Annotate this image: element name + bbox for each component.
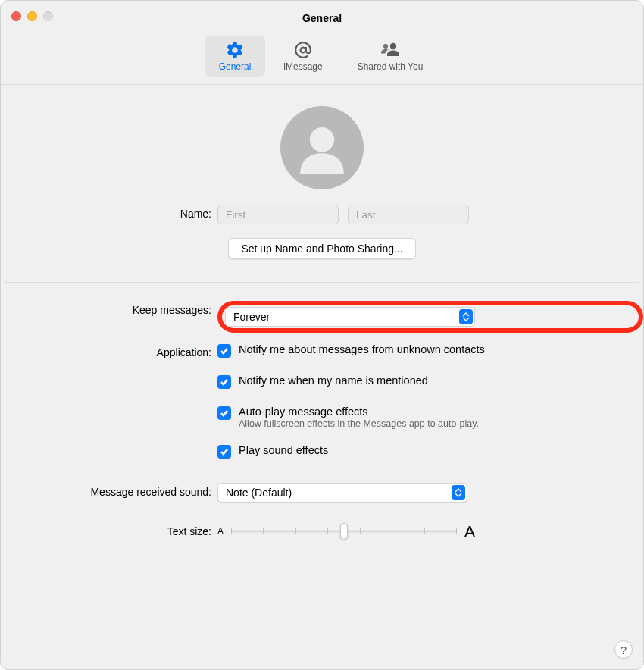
tab-shared-label: Shared with You bbox=[358, 61, 424, 72]
window-controls bbox=[11, 11, 53, 21]
play-sound-effects-checkbox[interactable] bbox=[217, 445, 231, 459]
minimize-window-button[interactable] bbox=[27, 11, 37, 21]
text-size-small-a: A bbox=[217, 526, 224, 537]
autoplay-effects-sublabel: Allow fullscreen effects in the Messages… bbox=[239, 418, 643, 429]
autoplay-effects-checkbox[interactable] bbox=[217, 406, 231, 420]
text-size-label: Text size: bbox=[1, 522, 217, 537]
divider bbox=[5, 282, 639, 283]
close-window-button[interactable] bbox=[11, 11, 21, 21]
keep-messages-value: Forever bbox=[233, 311, 270, 323]
keep-messages-select[interactable]: Forever bbox=[225, 307, 475, 327]
zoom-window-button[interactable] bbox=[43, 11, 53, 21]
preferences-window: General General iMessage Sha bbox=[0, 0, 644, 670]
notify-unknown-label: Notify me about messages from unknown co… bbox=[239, 343, 485, 355]
toolbar: General iMessage Shared with You bbox=[1, 36, 643, 85]
text-size-slider[interactable] bbox=[231, 524, 457, 539]
window-title: General bbox=[1, 1, 643, 36]
people-icon bbox=[379, 40, 402, 60]
tab-imessage-label: iMessage bbox=[283, 61, 322, 72]
help-button[interactable]: ? bbox=[614, 640, 633, 659]
play-sound-effects-label: Play sound effects bbox=[239, 444, 328, 456]
first-name-field[interactable] bbox=[217, 205, 339, 224]
autoplay-effects-label: Auto-play message effects bbox=[239, 405, 368, 418]
name-label: Name: bbox=[1, 205, 217, 220]
tab-general-label: General bbox=[219, 61, 252, 72]
tab-shared-with-you[interactable]: Shared with You bbox=[341, 36, 439, 77]
avatar[interactable] bbox=[280, 106, 364, 189]
svg-point-2 bbox=[310, 127, 334, 152]
select-stepper-icon bbox=[452, 485, 465, 500]
keep-messages-highlight: Forever bbox=[217, 301, 643, 333]
content-area: Name: Set up Name and Photo Sharing... K… bbox=[1, 85, 643, 540]
notify-mention-checkbox[interactable] bbox=[217, 375, 231, 389]
message-sound-select[interactable]: Note (Default) bbox=[217, 483, 467, 502]
help-icon: ? bbox=[621, 643, 627, 656]
tab-general[interactable]: General bbox=[205, 36, 265, 77]
message-sound-label: Message received sound: bbox=[1, 483, 217, 498]
text-size-big-a: A bbox=[464, 522, 475, 540]
svg-point-0 bbox=[390, 43, 396, 49]
gear-icon bbox=[224, 40, 246, 60]
keep-messages-label: Keep messages: bbox=[1, 301, 217, 316]
message-sound-value: Note (Default) bbox=[226, 487, 292, 499]
notify-mention-label: Notify me when my name is mentioned bbox=[239, 374, 428, 387]
select-stepper-icon bbox=[459, 309, 473, 324]
at-icon bbox=[292, 40, 314, 60]
svg-point-1 bbox=[383, 44, 388, 49]
last-name-field[interactable] bbox=[348, 205, 469, 224]
notify-unknown-checkbox[interactable] bbox=[217, 344, 231, 358]
setup-name-photo-button[interactable]: Set up Name and Photo Sharing... bbox=[228, 238, 415, 259]
person-icon bbox=[288, 114, 356, 182]
application-label: Application: bbox=[1, 343, 217, 358]
tab-imessage[interactable]: iMessage bbox=[273, 36, 333, 77]
titlebar: General bbox=[1, 1, 643, 36]
